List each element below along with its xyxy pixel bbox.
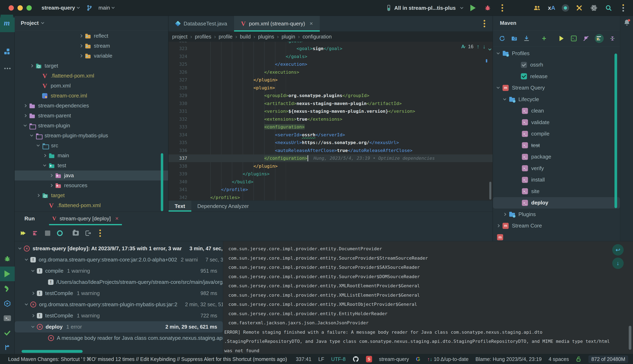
chevron-down-icon[interactable] — [25, 258, 28, 261]
run-configuration-selector[interactable]: All in stream-pl...tis-plus — [387, 5, 463, 11]
chevron-right-icon[interactable] — [79, 44, 83, 48]
zoom-window-button[interactable] — [27, 5, 32, 10]
export-icon[interactable] — [84, 230, 92, 237]
code-line-322[interactable]: 322 <goals> — [169, 42, 492, 45]
code-line-341[interactable]: 341 </profile> — [169, 186, 492, 194]
project-tree-item--flattened-pom-xml[interactable]: V.flattened-pom.xml — [15, 71, 168, 81]
notifications-bell-icon[interactable] — [623, 19, 631, 27]
project-tree-item-test[interactable]: test — [15, 160, 168, 170]
encoding[interactable]: UTF-8 — [331, 356, 346, 362]
project-scrollbar[interactable] — [161, 153, 163, 211]
chevron-down-icon[interactable] — [497, 86, 500, 89]
scroll-to-end-icon[interactable]: ↓ — [612, 258, 624, 269]
chevron-right-icon[interactable] — [30, 64, 33, 68]
code-line-337[interactable]: 337 </configuration> Hung, 2023/5/4, 23:… — [169, 154, 492, 162]
indent-setting[interactable]: 4 spaces — [548, 356, 569, 362]
breadcrumb-configuration[interactable]: configuration — [303, 34, 332, 40]
soft-wrap-icon[interactable]: ↩ — [612, 244, 624, 256]
chevron-down-icon[interactable] — [31, 269, 35, 272]
maven-scrollbar[interactable] — [614, 54, 617, 208]
tab-text[interactable]: Text — [169, 200, 191, 212]
run-tree-hscrollbar[interactable] — [22, 350, 83, 353]
chevron-down-icon[interactable] — [497, 51, 500, 54]
problems-tool-button[interactable] — [0, 326, 15, 340]
github-icon[interactable] — [353, 356, 359, 362]
maven-item-stream-query[interactable]: mStream Query — [493, 82, 620, 94]
prev-problem-icon[interactable]: ↑ — [477, 43, 479, 50]
tab-databasetest-java[interactable]: DatabaseTest.java — [169, 16, 234, 31]
terminal-tool-button[interactable]: >_ — [0, 311, 15, 326]
caret-position[interactable]: 337:41 — [296, 356, 311, 362]
chevron-right-icon[interactable] — [43, 154, 47, 157]
code-line-333[interactable]: 333 <configuration> — [169, 123, 492, 131]
run-tree-item[interactable]: !compile1 warning951 ms — [15, 265, 223, 276]
close-window-button[interactable] — [9, 5, 14, 10]
tab-pom-xml[interactable]: V pom.xml (stream-query) × — [234, 16, 320, 31]
code-line-332[interactable]: 332 <extensions>true</extensions> — [169, 115, 492, 123]
tab-dependency-analyzer[interactable]: Dependency Analyzer — [191, 200, 255, 212]
rerun-icon[interactable] — [20, 230, 27, 237]
debug-tool-button[interactable] — [0, 252, 15, 266]
close-tab-icon[interactable]: × — [310, 20, 313, 27]
record-icon[interactable] — [562, 4, 569, 12]
settings-menu-icon[interactable] — [619, 4, 628, 12]
project-tree-item-stream-plugin-mybatis-plus[interactable]: stream-plugin-mybatis-plus — [15, 130, 168, 140]
chevron-down-icon[interactable] — [30, 134, 33, 137]
editor-scrollbar[interactable] — [489, 182, 491, 200]
more-run-options-icon[interactable] — [498, 4, 507, 12]
code-line-340[interactable]: 340 </build> — [169, 178, 492, 186]
maven-item-compile[interactable]: >_compile — [493, 128, 620, 140]
maven-item-site[interactable]: >_site — [493, 186, 620, 197]
maven-item-ossrh[interactable]: ossrh — [493, 59, 620, 71]
users-icon[interactable] — [532, 4, 541, 12]
chevron-right-icon[interactable] — [31, 314, 35, 318]
code-line-329[interactable]: 329 <groupId>org.sonatype.plugins</group… — [169, 92, 492, 100]
breadcrumb-profile[interactable]: profile — [219, 34, 232, 40]
run-tree-item[interactable]: ✕org.dromara.stream-query:stream-plugin-… — [15, 299, 223, 310]
code-line-325[interactable]: 325 </execution> — [169, 60, 492, 68]
project-tree-item-java[interactable]: java — [15, 170, 168, 180]
sync-status[interactable]: ↑↓ 10 Δ/up-to-date — [427, 356, 468, 362]
project-panel-header[interactable]: Project — [15, 16, 168, 30]
run-tree-item[interactable]: !/Users/achao/IdeaProjects/stream-query/… — [15, 276, 223, 288]
maven-item-clean[interactable]: >_clean — [493, 105, 620, 117]
debug-button[interactable] — [483, 4, 492, 12]
run-tree-item[interactable]: !org.dromara.stream-query:stream-core:ja… — [15, 254, 223, 265]
project-tree-item-pom-xml[interactable]: Vpom.xml — [15, 81, 168, 91]
chevron-right-icon[interactable] — [50, 184, 53, 187]
services-tool-button[interactable] — [0, 296, 15, 311]
chevron-down-icon[interactable] — [43, 164, 47, 167]
memory-indicator[interactable]: 872 of 20480M — [588, 356, 628, 363]
status-message[interactable]: Load Maven Changes: Shortcut '⇧⌘O' misse… — [8, 356, 287, 362]
maven-item-release[interactable]: release — [493, 70, 620, 82]
chevron-down-icon[interactable] — [25, 302, 28, 306]
line-ending[interactable]: LF — [318, 356, 324, 362]
project-tree-item-reflect[interactable]: reflect — [15, 31, 168, 41]
project-tree-item-stream-parent[interactable]: stream-parent — [15, 111, 168, 121]
project-tree-item-target[interactable]: target — [15, 190, 168, 200]
maven-item-partial[interactable]: m — [493, 232, 620, 241]
maven-item-profiles[interactable]: Profiles — [493, 48, 620, 59]
maven-item-verify[interactable]: >_verify — [493, 162, 620, 174]
search-icon[interactable] — [604, 4, 613, 12]
code-line-323[interactable]: 323 <goal>sign</goal> — [169, 45, 492, 53]
run-console[interactable]: ↩ ↓ com.sun.jersey.core.impl.provider.en… — [223, 241, 633, 354]
maven-item-lifecycle[interactable]: Lifecycle — [493, 94, 620, 105]
blame-info[interactable]: Blame: Hung 2023/5/4, 23:19 — [475, 356, 542, 362]
project-tree-item--flattened-pom-xml[interactable]: V.flattened-pom.xml — [15, 200, 168, 210]
run-tree-item[interactable]: !testCompile1 warning722 ms — [15, 310, 223, 321]
maven-item-stream-core[interactable]: mStream Core — [493, 220, 620, 232]
skip-tests-icon[interactable]: x — [595, 34, 604, 43]
run-button[interactable] — [468, 4, 477, 12]
google-badge[interactable]: G — [416, 356, 420, 362]
code-editor[interactable]: 322 <goals>323 <goal>sign</goal>324 </go… — [169, 42, 492, 200]
translate-icon[interactable]: xA — [547, 4, 556, 12]
console-scrollbar[interactable] — [629, 326, 631, 350]
chevron-down-icon[interactable] — [503, 97, 506, 100]
chevron-down-icon[interactable] — [18, 246, 22, 250]
chevron-right-icon[interactable] — [79, 34, 83, 38]
code-line-330[interactable]: 330 <artifactId>nexus-staging-maven-plug… — [169, 100, 492, 108]
next-problem-icon[interactable]: ↓ — [483, 43, 486, 50]
maven-item-test[interactable]: >_test — [493, 140, 620, 151]
project-tree-item-main[interactable]: main — [15, 150, 168, 160]
